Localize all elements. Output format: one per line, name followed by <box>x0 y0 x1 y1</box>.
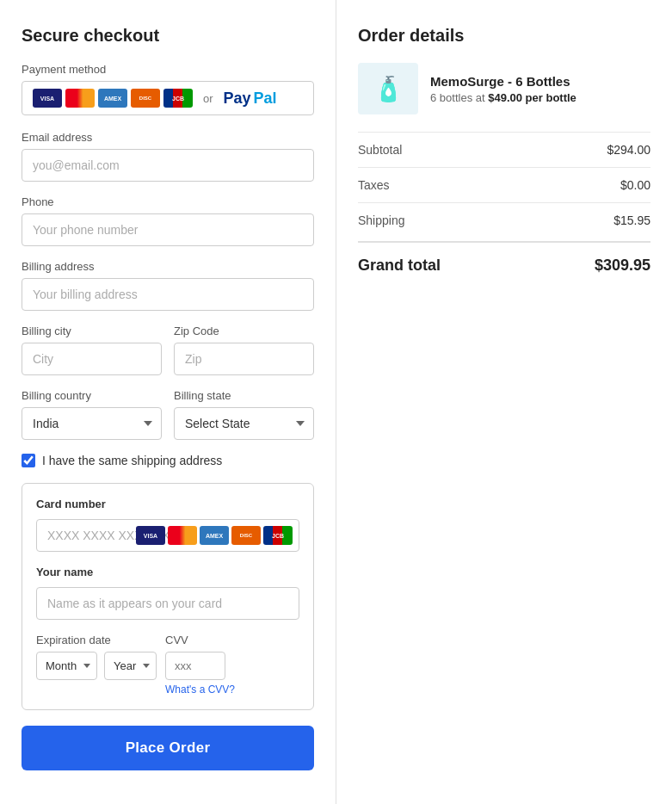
visa-icon: VISA <box>33 89 62 108</box>
place-order-button[interactable]: Place Order <box>22 726 314 770</box>
cvv-label: CVV <box>165 634 235 646</box>
expiry-cvv-row: Expiration date Month Year CVV What's a … <box>36 634 299 696</box>
price-per-bottle: $49.00 per bottle <box>488 91 576 104</box>
billing-city-group: Billing city <box>22 325 162 375</box>
mastercard-icon <box>65 89 95 108</box>
taxes-label: Taxes <box>358 178 390 192</box>
card-amex-icon: AMEX <box>200 526 229 545</box>
card-number-label: Card number <box>36 498 299 510</box>
zip-group: Zip Code <box>174 325 314 375</box>
order-details-panel: Order details 🧴 MemoSurge - 6 Bottles 6 … <box>336 0 672 804</box>
or-divider: or <box>203 92 213 105</box>
shipping-row: Shipping $15.95 <box>358 202 650 238</box>
city-zip-row: Billing city Zip Code <box>22 325 314 389</box>
cvv-group: CVV What's a CVV? <box>165 634 235 696</box>
billing-address-group: Billing address <box>22 260 314 311</box>
billing-address-input[interactable] <box>22 278 314 311</box>
shipping-value: $15.95 <box>613 213 650 227</box>
same-shipping-checkbox[interactable] <box>22 454 35 467</box>
month-select[interactable]: Month <box>36 652 97 680</box>
product-name: MemoSurge - 6 Bottles <box>430 74 576 89</box>
email-label: Email address <box>22 131 314 144</box>
product-info: MemoSurge - 6 Bottles 6 bottles at $49.0… <box>430 74 576 104</box>
product-bottles-icon: 🧴 <box>373 75 404 103</box>
card-icons-overlay: VISA AMEX DISC JCB <box>136 526 293 545</box>
billing-state-group: Billing state Select State <box>174 389 314 440</box>
checkout-title: Secure checkout <box>22 26 314 46</box>
country-state-row: Billing country India Billing state Sele… <box>22 389 314 454</box>
card-section: Card number VISA AMEX DISC JCB Your name <box>22 483 314 710</box>
email-group: Email address <box>22 131 314 182</box>
subtotal-row: Subtotal $294.00 <box>358 132 650 167</box>
order-details-title: Order details <box>358 26 650 46</box>
billing-address-label: Billing address <box>22 260 314 273</box>
payment-method-section: Payment method VISA AMEX DISC JCB or Pay… <box>22 63 314 115</box>
card-jcb-icon: JCB <box>263 526 293 545</box>
subtotal-label: Subtotal <box>358 143 402 157</box>
paypal-option[interactable]: PayPal <box>224 90 277 108</box>
email-input[interactable] <box>22 149 314 182</box>
card-number-group: Card number VISA AMEX DISC JCB <box>36 498 299 552</box>
amex-icon: AMEX <box>98 89 127 108</box>
phone-label: Phone <box>22 195 314 208</box>
shipping-label: Shipping <box>358 213 405 227</box>
expiry-label: Expiration date <box>36 634 157 646</box>
year-select[interactable]: Year <box>104 652 157 680</box>
billing-country-label: Billing country <box>22 389 162 402</box>
whats-cvv-link[interactable]: What's a CVV? <box>165 683 235 696</box>
grand-total-label: Grand total <box>358 257 441 275</box>
state-select[interactable]: Select State <box>174 407 314 440</box>
checkout-form: Secure checkout Payment method VISA AMEX… <box>0 0 336 804</box>
expiry-selects: Month Year <box>36 652 157 680</box>
card-visa-icon: VISA <box>136 526 165 545</box>
product-description: 6 bottles at $49.00 per bottle <box>430 91 576 104</box>
card-name-group: Your name <box>36 566 299 620</box>
taxes-value: $0.00 <box>620 178 650 192</box>
paypal-pay-text: Pay <box>224 90 251 108</box>
phone-input[interactable] <box>22 213 314 246</box>
grand-total-row: Grand total $309.95 <box>358 241 650 275</box>
billing-state-label: Billing state <box>174 389 314 402</box>
city-input[interactable] <box>22 343 162 375</box>
expiry-group: Expiration date Month Year <box>36 634 157 680</box>
card-name-label: Your name <box>36 566 299 578</box>
country-select[interactable]: India <box>22 407 162 440</box>
jcb-icon: JCB <box>163 89 193 108</box>
zip-label: Zip Code <box>174 325 314 337</box>
paypal-pal-text: Pal <box>254 90 277 108</box>
discover-icon: DISC <box>131 89 160 108</box>
payment-method-row: VISA AMEX DISC JCB or PayPal <box>22 81 314 115</box>
taxes-row: Taxes $0.00 <box>358 167 650 202</box>
payment-method-label: Payment method <box>22 63 314 76</box>
subtotal-value: $294.00 <box>607 143 650 157</box>
zip-input[interactable] <box>174 343 314 375</box>
card-discover-icon: DISC <box>231 526 261 545</box>
card-icons-group: VISA AMEX DISC JCB <box>33 89 193 108</box>
card-mc-icon <box>168 526 197 545</box>
grand-total-value: $309.95 <box>595 257 650 275</box>
same-shipping-label: I have the same shipping address <box>42 454 222 467</box>
product-row: 🧴 MemoSurge - 6 Bottles 6 bottles at $49… <box>358 63 650 114</box>
cvv-input[interactable] <box>165 652 225 680</box>
billing-city-label: Billing city <box>22 325 162 337</box>
same-shipping-row: I have the same shipping address <box>22 454 314 467</box>
phone-group: Phone <box>22 195 314 246</box>
product-image: 🧴 <box>358 63 418 114</box>
billing-country-group: Billing country India <box>22 389 162 440</box>
card-name-input[interactable] <box>36 587 299 620</box>
card-number-wrapper: VISA AMEX DISC JCB <box>36 519 299 552</box>
